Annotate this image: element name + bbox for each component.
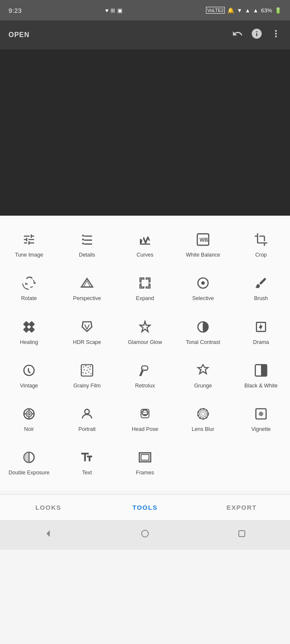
tool-grainy-film[interactable]: Grainy Film <box>58 355 116 399</box>
noir-icon <box>22 406 36 422</box>
recent-nav-icon[interactable] <box>237 528 247 541</box>
brush-label: Brush <box>254 295 268 302</box>
tool-tonal-contrast[interactable]: Tonal Contrast <box>174 312 232 355</box>
tools-container: Tune Image Details Curves WB White Balan… <box>0 216 290 490</box>
undo-icon[interactable] <box>232 28 243 42</box>
vintage-label: Vintage <box>20 382 38 389</box>
svg-marker-43 <box>47 531 49 536</box>
grunge-icon <box>196 363 210 378</box>
lensblur-icon <box>196 406 210 422</box>
image-icon: ▣ <box>117 7 122 14</box>
svg-point-30 <box>85 409 90 414</box>
open-button[interactable]: OPEN <box>9 31 29 39</box>
mute-icon: 🔔 <box>227 7 234 14</box>
tool-frames[interactable]: Frames <box>116 442 174 485</box>
curves-label: Curves <box>136 251 154 258</box>
tool-noir[interactable]: Noir <box>0 399 58 442</box>
drama-label: Drama <box>253 339 269 346</box>
grainy-label: Grainy Film <box>73 382 101 389</box>
tool-tune-image[interactable]: Tune Image <box>0 224 58 268</box>
tool-portrait[interactable]: Portrait <box>58 399 116 442</box>
bw-icon <box>254 363 268 378</box>
doubleexp-label: Double Exposure <box>9 469 49 476</box>
tool-selective[interactable]: Selective <box>174 268 232 311</box>
bw-label: Black & White <box>244 382 278 389</box>
tool-expand[interactable]: Expand <box>116 268 174 311</box>
tab-tools[interactable]: TOOLS <box>97 500 194 515</box>
tool-grunge[interactable]: Grunge <box>174 355 232 399</box>
battery-icon: 🔋 <box>275 7 281 14</box>
tool-black-white[interactable]: Black & White <box>232 355 290 399</box>
svg-point-36 <box>200 410 206 417</box>
tool-details[interactable]: Details <box>58 224 116 268</box>
retrolux-icon <box>138 363 152 378</box>
tool-head-pose[interactable]: Head Pose <box>116 399 174 442</box>
headpose-label: Head Pose <box>132 426 158 433</box>
tool-curves[interactable]: Curves <box>116 224 174 268</box>
curves-icon <box>138 232 152 247</box>
crop-icon <box>254 232 268 247</box>
tab-looks[interactable]: LOOKS <box>0 500 97 515</box>
tool-rotate[interactable]: Rotate <box>0 268 58 311</box>
frames-icon <box>138 450 152 465</box>
svg-point-16 <box>87 370 88 371</box>
tool-white-balance[interactable]: WB White Balance <box>174 224 232 268</box>
home-nav-icon[interactable] <box>140 528 150 541</box>
perspective-icon <box>80 275 94 291</box>
text-label: Text <box>82 469 92 476</box>
wifi-icon: ▼ <box>237 7 242 14</box>
battery-label: 63% <box>261 7 272 14</box>
status-bar: 9:23 ♥ ⊞ ▣ VoLTE2 🔔 ▼ ▲ ▲ 63% 🔋 <box>0 0 290 20</box>
svg-point-40 <box>259 412 264 416</box>
tool-text[interactable]: Text <box>58 442 116 485</box>
perspective-label: Perspective <box>73 295 101 302</box>
tool-glamour-glow[interactable]: Glamour Glow <box>116 312 174 355</box>
back-nav-icon[interactable] <box>43 528 53 541</box>
headpose-icon <box>138 406 152 422</box>
rotate-label: Rotate <box>21 295 37 302</box>
tool-vignette[interactable]: Vignette <box>232 399 290 442</box>
svg-text:WB: WB <box>200 237 208 243</box>
selective-icon <box>196 275 210 291</box>
more-icon[interactable] <box>270 28 281 42</box>
tool-lens-blur[interactable]: Lens Blur <box>174 399 232 442</box>
tool-drama[interactable]: Drama <box>232 312 290 355</box>
tool-hdr-scape[interactable]: HDR Scape <box>58 312 116 355</box>
tool-vintage[interactable]: Vintage <box>0 355 58 399</box>
tab-export[interactable]: EXPORT <box>193 500 290 515</box>
lensblur-label: Lens Blur <box>192 426 215 433</box>
tool-brush[interactable]: Brush <box>232 268 290 311</box>
tool-double-exposure[interactable]: Double Exposure <box>0 442 58 485</box>
wb-icon: WB <box>196 232 210 247</box>
tonal-label: Tonal Contrast <box>186 339 220 346</box>
details-icon <box>80 232 94 247</box>
hdr-icon <box>80 319 94 335</box>
tool-perspective[interactable]: Perspective <box>58 268 116 311</box>
grainy-icon <box>80 363 94 378</box>
svg-point-17 <box>89 369 90 370</box>
svg-marker-5 <box>140 321 150 332</box>
svg-point-25 <box>28 413 30 415</box>
rotate-icon <box>22 275 36 291</box>
info-icon[interactable] <box>251 28 263 42</box>
doubleexp-icon <box>22 450 36 465</box>
signal-icon2: ▲ <box>253 7 258 14</box>
crop-label: Crop <box>255 251 267 258</box>
top-bar: OPEN <box>0 20 290 49</box>
svg-point-4 <box>201 281 205 285</box>
tool-retrolux[interactable]: Retrolux <box>116 355 174 399</box>
selective-label: Selective <box>192 295 214 302</box>
glamour-icon <box>138 319 152 335</box>
frames-label: Frames <box>136 469 154 476</box>
brush-icon <box>254 275 268 291</box>
tools-grid: Tune Image Details Curves WB White Balan… <box>0 224 290 486</box>
details-label: Details <box>79 251 95 258</box>
tool-healing[interactable]: Healing <box>0 312 58 355</box>
svg-point-20 <box>88 371 90 373</box>
vignette-label: Vignette <box>251 426 271 433</box>
portrait-icon <box>80 406 94 422</box>
svg-rect-2 <box>141 279 149 287</box>
vintage-icon <box>22 363 36 378</box>
text-icon <box>80 450 94 465</box>
tool-crop[interactable]: Crop <box>232 224 290 268</box>
